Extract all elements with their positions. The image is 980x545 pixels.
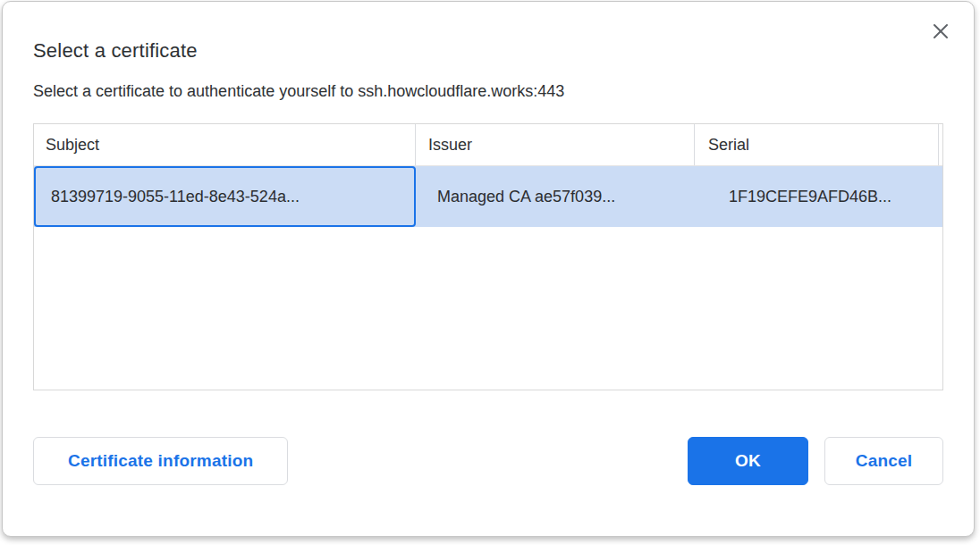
dialog-subtitle: Select a certificate to authenticate you…	[33, 82, 943, 101]
certificate-issuer-cell: Managed CA ae57f039...	[416, 166, 695, 227]
ok-button[interactable]: OK	[688, 437, 808, 485]
certificate-table: Subject Issuer Serial 81399719-9055-11ed…	[33, 123, 943, 390]
close-icon	[930, 21, 951, 42]
column-header-issuer: Issuer	[416, 124, 695, 165]
table-body: 81399719-9055-11ed-8e43-524a... Managed …	[34, 166, 942, 390]
header-scrollbar-gutter	[939, 124, 942, 165]
dialog-footer: Certificate information OK Cancel	[33, 437, 943, 485]
dialog-title: Select a certificate	[33, 39, 943, 63]
certificate-information-button[interactable]: Certificate information	[33, 437, 288, 485]
close-button[interactable]	[927, 18, 954, 45]
certificate-serial-cell: 1F19CEFE9AFD46B...	[695, 166, 942, 227]
cancel-button[interactable]: Cancel	[824, 437, 943, 485]
column-header-serial: Serial	[695, 124, 939, 165]
certificate-select-dialog: Select a certificate Select a certificat…	[2, 1, 975, 537]
certificate-subject-cell: 81399719-9055-11ed-8e43-524a...	[34, 166, 416, 227]
certificate-row[interactable]: 81399719-9055-11ed-8e43-524a... Managed …	[34, 166, 942, 227]
column-header-subject: Subject	[34, 124, 416, 165]
table-header-row: Subject Issuer Serial	[34, 124, 942, 166]
